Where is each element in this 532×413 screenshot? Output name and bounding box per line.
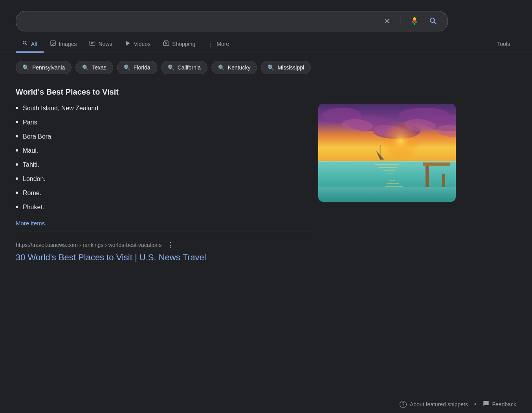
bullet-dot — [16, 149, 18, 152]
chip-california[interactable]: 🔍 California — [161, 61, 207, 74]
snippet-list: South Island, New Zealand. Paris. Bora B… — [16, 104, 306, 212]
tab-more-label: More — [216, 41, 229, 47]
snippet-image-column — [318, 104, 456, 202]
chip-label-texas: Texas — [92, 64, 106, 71]
search-bar: best vacation spots ✕ — [16, 11, 448, 31]
filter-chips: 🔍 Pennsylvania 🔍 Texas 🔍 Florida 🔍 Calif… — [0, 53, 532, 80]
bullet-dot — [16, 121, 18, 123]
more-items-link[interactable]: More items... — [16, 220, 50, 227]
bullet-dot — [16, 206, 18, 208]
chip-kentucky[interactable]: 🔍 Kentucky — [211, 61, 257, 74]
dot-separator: • — [474, 401, 477, 408]
svg-marker-5 — [126, 41, 130, 46]
feedback-icon — [483, 400, 489, 408]
tab-shopping-label: Shopping — [172, 41, 195, 47]
chip-label-pennsylvania: Pennsylvania — [32, 64, 65, 71]
chip-label-mississippi: Mississippi — [277, 64, 304, 71]
bullet-dot — [16, 135, 18, 137]
list-item-text: Phuket. — [23, 203, 44, 212]
tab-videos[interactable]: Videos — [119, 36, 157, 53]
chip-search-icon-texas: 🔍 — [82, 64, 89, 71]
tab-all-label: All — [31, 41, 37, 47]
chip-mississippi[interactable]: 🔍 Mississippi — [261, 61, 311, 74]
snippet-image — [318, 104, 456, 202]
list-item: Tahiti. — [16, 160, 306, 170]
chip-search-icon-mississippi: 🔍 — [268, 64, 274, 71]
list-item-text: South Island, New Zealand. — [23, 104, 100, 113]
list-item: London. — [16, 174, 306, 184]
svg-point-1 — [51, 42, 52, 43]
bullet-dot — [16, 192, 18, 194]
tab-images-label: Images — [59, 41, 77, 47]
nav-tabs: All Images News Videos Shopping ⋮ More T… — [0, 31, 532, 53]
bullet-dot — [16, 177, 18, 180]
tab-shopping[interactable]: Shopping — [157, 36, 202, 53]
list-item-text: Rome. — [23, 188, 41, 198]
tab-more[interactable]: ⋮ More — [202, 37, 235, 53]
chip-label-florida: Florida — [134, 64, 150, 71]
bullet-dot — [16, 107, 18, 109]
list-item-text: Maui. — [23, 146, 38, 155]
list-item-text: Tahiti. — [23, 160, 39, 170]
divider — [400, 16, 400, 26]
chip-florida[interactable]: 🔍 Florida — [117, 61, 157, 74]
about-snippets-label: About featured snippets — [410, 401, 468, 408]
search-input[interactable]: best vacation spots — [24, 17, 382, 26]
clear-search-icon[interactable]: ✕ — [382, 15, 392, 27]
snippet-list-column: South Island, New Zealand. Paris. Bora B… — [16, 104, 306, 227]
snippet-layout: South Island, New Zealand. Paris. Bora B… — [16, 104, 456, 227]
about-snippets-button[interactable]: ? About featured snippets — [400, 401, 468, 408]
tab-all[interactable]: All — [16, 36, 44, 53]
chip-label-kentucky: Kentucky — [228, 64, 251, 71]
chip-texas[interactable]: 🔍 Texas — [75, 61, 113, 74]
feedback-button[interactable]: Feedback — [483, 400, 516, 408]
chip-search-icon-pennsylvania: 🔍 — [22, 64, 29, 71]
vacation-image-canvas — [318, 104, 456, 202]
bottom-bar: ? About featured snippets • Feedback — [0, 395, 532, 413]
more-icon: ⋮ — [208, 40, 214, 48]
chip-search-icon-california: 🔍 — [168, 64, 174, 71]
shopping-icon — [163, 40, 169, 48]
bullet-dot — [16, 163, 18, 166]
all-icon — [22, 40, 28, 48]
source-url: https://travel.usnews.com › rankings › w… — [16, 242, 161, 248]
tab-images[interactable]: Images — [44, 36, 83, 53]
result-title-link[interactable]: 30 World's Best Places to Visit | U.S. N… — [16, 252, 456, 263]
snippet-divider — [16, 232, 314, 232]
videos-icon — [125, 40, 131, 48]
snippet-title: World's Best Places to Visit — [16, 88, 456, 97]
list-item: South Island, New Zealand. — [16, 104, 306, 113]
source-row: https://travel.usnews.com › rankings › w… — [16, 240, 456, 250]
search-bar-container: best vacation spots ✕ — [0, 0, 532, 31]
featured-snippet: World's Best Places to Visit South Islan… — [16, 84, 456, 272]
source-menu-icon[interactable]: ⋮ — [165, 240, 176, 250]
chip-search-icon-florida: 🔍 — [124, 64, 130, 71]
main-content: World's Best Places to Visit South Islan… — [0, 80, 471, 272]
list-item: Phuket. — [16, 203, 306, 212]
chip-label-california: California — [178, 64, 201, 71]
list-item: Maui. — [16, 146, 306, 155]
tab-videos-label: Videos — [134, 41, 151, 47]
tab-news[interactable]: News — [83, 36, 118, 53]
list-item-text: London. — [23, 174, 46, 184]
list-item: Bora Bora. — [16, 132, 306, 141]
list-item: Paris. — [16, 118, 306, 127]
search-submit-icon[interactable] — [427, 15, 440, 27]
search-bar-icons: ✕ — [382, 15, 440, 27]
images-icon — [50, 40, 56, 48]
list-item: Rome. — [16, 188, 306, 198]
question-mark-icon: ? — [400, 401, 407, 408]
list-item-text: Paris. — [23, 118, 39, 127]
tools-button[interactable]: Tools — [491, 37, 516, 52]
news-icon — [89, 40, 95, 48]
feedback-label: Feedback — [492, 401, 516, 408]
tab-news-label: News — [98, 41, 112, 47]
microphone-icon[interactable] — [408, 15, 421, 27]
chip-search-icon-kentucky: 🔍 — [218, 64, 225, 71]
chip-pennsylvania[interactable]: 🔍 Pennsylvania — [16, 61, 72, 74]
list-item-text: Bora Bora. — [23, 132, 53, 141]
